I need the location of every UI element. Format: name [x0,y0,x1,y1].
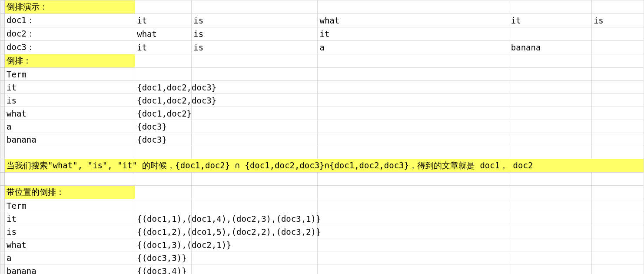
cell[interactable] [509,27,591,41]
cell[interactable]: what [5,238,135,251]
cell[interactable]: Term [5,199,135,212]
cell[interactable] [135,186,192,199]
cell[interactable] [591,199,644,212]
cell[interactable] [591,0,644,14]
cell[interactable] [5,173,135,186]
cell[interactable] [192,199,318,212]
cell[interactable] [318,186,509,199]
cell[interactable]: is [192,41,318,54]
cell[interactable] [318,133,509,146]
cell[interactable] [135,146,192,159]
cell[interactable] [591,225,644,238]
cell[interactable] [318,251,509,264]
cell[interactable]: it [5,81,135,94]
cell[interactable] [591,27,644,41]
cell[interactable]: {doc1,doc2,doc3} [135,81,192,94]
cell[interactable] [135,0,192,14]
cell[interactable]: is [192,14,318,27]
cell[interactable] [192,0,318,14]
row-header[interactable] [0,14,5,27]
row-header[interactable] [0,251,5,264]
cell[interactable] [192,68,318,81]
row-header[interactable] [0,212,5,225]
cell[interactable]: {(doc3,4)} [135,264,192,274]
row-header[interactable] [0,120,5,133]
cell[interactable] [318,212,509,225]
cell[interactable]: a [318,41,509,54]
cell[interactable] [318,68,509,81]
cell[interactable]: Term [5,68,135,81]
row-header[interactable] [0,94,5,107]
cell[interactable] [318,199,509,212]
cell[interactable] [591,173,644,186]
cell[interactable] [135,173,192,186]
cell[interactable] [509,173,591,186]
row-header[interactable] [0,54,5,68]
cell[interactable]: {doc1,doc2} [135,107,192,120]
cell[interactable] [509,120,591,133]
cell[interactable] [135,54,192,68]
cell[interactable]: {doc1,doc2,doc3} [135,94,192,107]
cell[interactable]: {doc3} [135,133,192,146]
cell[interactable] [509,199,591,212]
row-header[interactable] [0,264,5,274]
row-header[interactable] [0,199,5,212]
cell[interactable] [509,251,591,264]
cell[interactable] [318,0,509,14]
cell[interactable] [509,212,591,225]
cell[interactable] [509,81,591,94]
cell[interactable] [509,133,591,146]
cell[interactable] [192,54,318,68]
cell[interactable]: it [135,14,192,27]
cell[interactable] [135,68,192,81]
cell[interactable] [192,251,318,264]
cell[interactable] [192,120,318,133]
cell[interactable]: {(doc1,1),(doc1,4),(doc2,3),(doc3,1)} [135,212,192,225]
cell[interactable]: banana [509,41,591,54]
cell[interactable] [318,120,509,133]
row-header[interactable] [0,133,5,146]
cell[interactable] [591,146,644,159]
cell[interactable]: {(doc1,3),(doc2,1)} [135,238,192,251]
cell[interactable]: banana [5,133,135,146]
cell[interactable] [192,264,318,274]
cell[interactable] [591,41,644,54]
cell[interactable]: 倒排演示： [5,0,135,14]
cell[interactable]: a [5,251,135,264]
row-header[interactable] [0,225,5,238]
cell[interactable] [318,146,509,159]
cell[interactable]: doc3： [5,41,135,54]
cell[interactable] [318,173,509,186]
cell[interactable] [192,146,318,159]
cell[interactable] [509,107,591,120]
cell[interactable] [5,146,135,159]
cell[interactable]: what [318,14,509,27]
cell[interactable] [591,133,644,146]
cell[interactable]: {doc3} [135,120,192,133]
cell[interactable]: 当我们搜索"what", "is", "it" 的时候，{doc1,doc2} … [5,159,644,173]
cell[interactable]: 倒排： [5,54,135,68]
cell[interactable] [318,264,509,274]
cell[interactable] [591,120,644,133]
cell[interactable]: doc2： [5,27,135,41]
cell[interactable] [135,199,192,212]
cell[interactable] [509,238,591,251]
cell[interactable] [192,186,318,199]
cell[interactable] [591,81,644,94]
cell[interactable] [509,146,591,159]
cell[interactable] [192,133,318,146]
row-header[interactable] [0,41,5,54]
cell[interactable]: {(doc1,2),(dco1,5),(doc2,2),(doc3,2)} [135,225,192,238]
cell[interactable]: is [5,225,135,238]
cell[interactable]: it [135,41,192,54]
cell[interactable] [591,238,644,251]
cell[interactable] [192,173,318,186]
cell[interactable] [591,186,644,199]
row-header[interactable] [0,159,5,173]
row-header[interactable] [0,238,5,251]
cell[interactable]: it [318,27,509,41]
cell[interactable] [318,94,509,107]
cell[interactable] [509,186,591,199]
cell[interactable]: a [5,120,135,133]
row-header[interactable] [0,0,5,14]
